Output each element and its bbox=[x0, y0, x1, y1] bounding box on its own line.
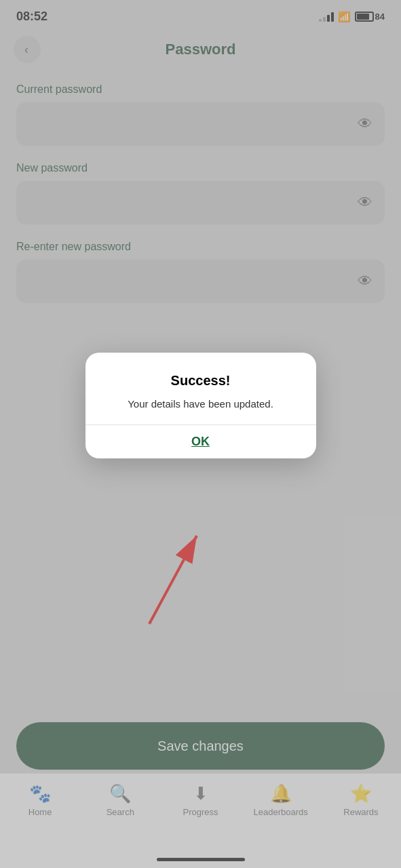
modal-overlay: Success! Your details have been updated.… bbox=[0, 0, 401, 868]
ok-button[interactable]: OK bbox=[191, 435, 210, 449]
modal-title: Success! bbox=[102, 373, 300, 389]
success-modal: Success! Your details have been updated.… bbox=[85, 353, 316, 458]
modal-body: Success! Your details have been updated. bbox=[85, 353, 316, 425]
modal-message: Your details have been updated. bbox=[102, 397, 300, 411]
modal-button-row: OK bbox=[85, 425, 316, 458]
